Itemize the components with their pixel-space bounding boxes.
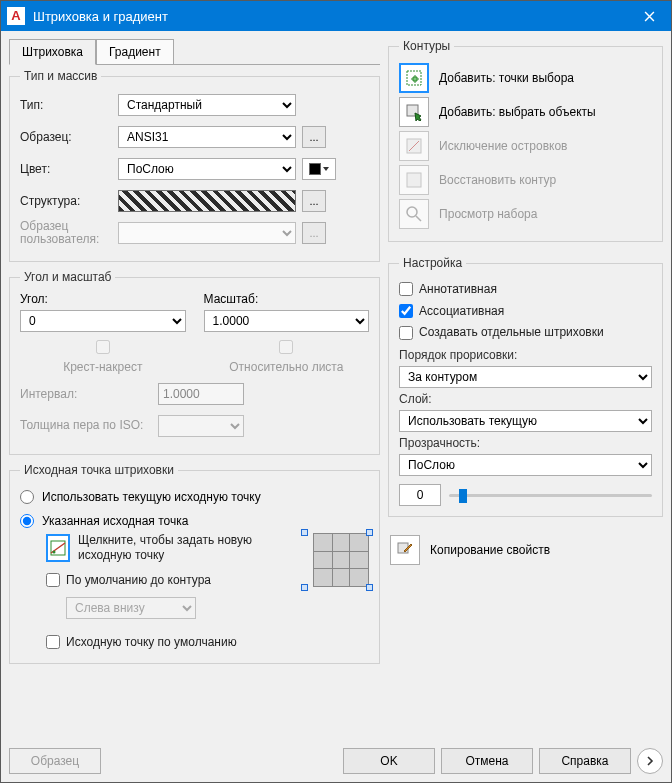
swatch-browse-button[interactable]: ... (302, 190, 326, 212)
user-pattern-browse-button: ... (302, 222, 326, 244)
select-color[interactable]: ПоСлою (118, 158, 296, 180)
remove-islands-icon (405, 137, 423, 155)
legend-type-array: Тип и массив (20, 69, 101, 83)
close-button[interactable] (627, 1, 671, 31)
select-draw-order[interactable]: За контуром (399, 366, 652, 388)
select-transparency[interactable]: ПоСлою (399, 454, 652, 476)
label-interval: Интервал: (20, 387, 152, 401)
magnifier-icon (405, 205, 423, 223)
label-layer: Слой: (399, 392, 652, 406)
label-default-boundary: По умолчанию до контура (66, 573, 211, 587)
titlebar: A Штриховка и градиент (1, 1, 671, 31)
label-add-select: Добавить: выбрать объекты (439, 105, 596, 119)
label-scale: Масштаб: (204, 292, 370, 306)
cancel-button[interactable]: Отмена (441, 748, 533, 774)
input-transparency-value[interactable] (399, 484, 441, 506)
select-pattern[interactable]: ANSI31 (118, 126, 296, 148)
label-structure: Структура: (20, 194, 112, 208)
preview-button: Образец (9, 748, 101, 774)
label-annotative: Аннотативная (419, 282, 497, 296)
recreate-boundary-button (399, 165, 429, 195)
label-relative-paper: Относительно листа (229, 360, 343, 374)
tab-gradient[interactable]: Градиент (96, 39, 174, 64)
group-origin: Исходная точка штриховки Использовать те… (9, 463, 380, 664)
group-angle-scale: Угол и масштаб Угол: 0 Масштаб: 1.0000 К… (9, 270, 380, 455)
chevron-right-icon (645, 756, 655, 766)
label-recreate: Восстановить контур (439, 173, 556, 187)
button-bar: Образец OK Отмена Справка (1, 740, 671, 782)
background-color-button[interactable] (302, 158, 336, 180)
ok-button[interactable]: OK (343, 748, 435, 774)
recreate-icon (405, 171, 423, 189)
close-icon (644, 11, 655, 22)
view-selection-button (399, 199, 429, 229)
label-separate: Создавать отдельные штриховки (419, 326, 604, 340)
pick-points-icon (405, 69, 423, 87)
pattern-browse-button[interactable]: ... (302, 126, 326, 148)
app-logo-icon: A (7, 7, 25, 25)
label-associative: Ассоциативная (419, 304, 504, 318)
label-color: Цвет: (20, 162, 112, 176)
select-type[interactable]: Стандартный (118, 94, 296, 116)
label-iso-pen: Толщина пера по ISO: (20, 419, 152, 432)
select-layer[interactable]: Использовать текущую (399, 410, 652, 432)
radio-specified[interactable] (20, 514, 34, 528)
label-view-selection: Просмотр набора (439, 207, 537, 221)
select-iso-pen (158, 415, 244, 437)
label-transparency: Прозрачность: (399, 436, 652, 450)
swatch-preview[interactable] (118, 190, 296, 212)
label-inherit: Копирование свойств (430, 543, 550, 557)
legend-boundaries: Контуры (399, 39, 454, 53)
group-type-array: Тип и массив Тип: Стандартный Образец: A… (9, 69, 380, 262)
dialog-window: A Штриховка и градиент Штриховка Градиен… (0, 0, 672, 783)
legend-angle-scale: Угол и масштаб (20, 270, 115, 284)
window-title: Штриховка и градиент (33, 9, 627, 24)
label-crosshatch: Крест-накрест (63, 360, 142, 374)
svg-rect-5 (407, 173, 421, 187)
label-add-pick: Добавить: точки выбора (439, 71, 574, 85)
select-user-pattern (118, 222, 296, 244)
inherit-properties-button[interactable] (390, 535, 420, 565)
group-boundaries: Контуры Добавить: точки выбора Добавить:… (388, 39, 663, 242)
add-pick-points-button[interactable] (399, 63, 429, 93)
radio-use-current[interactable] (20, 490, 34, 504)
expand-dialog-button[interactable] (637, 748, 663, 774)
remove-islands-button (399, 131, 429, 161)
select-scale[interactable]: 1.0000 (204, 310, 370, 332)
label-user-pattern: Образец пользователя: (20, 220, 112, 246)
label-specified: Указанная исходная точка (42, 514, 188, 528)
checkbox-default-boundary[interactable] (46, 573, 60, 587)
label-pattern: Образец: (20, 130, 112, 144)
checkbox-separate[interactable] (399, 326, 413, 340)
legend-origin: Исходная точка штриховки (20, 463, 178, 477)
checkbox-crosshatch (96, 340, 110, 354)
label-angle: Угол: (20, 292, 186, 306)
crosshair-icon (49, 539, 67, 557)
set-origin-button[interactable] (46, 534, 70, 562)
label-click-set: Щелкните, чтобы задать новую исходную то… (78, 533, 297, 563)
label-store-default: Исходную точку по умолчанию (66, 635, 237, 649)
checkbox-store-default[interactable] (46, 635, 60, 649)
input-interval (158, 383, 244, 405)
svg-point-1 (52, 551, 55, 554)
svg-point-6 (407, 207, 417, 217)
checkbox-associative[interactable] (399, 304, 413, 318)
label-use-current: Использовать текущую исходную точку (42, 490, 261, 504)
add-select-objects-button[interactable] (399, 97, 429, 127)
label-type: Тип: (20, 98, 112, 112)
checkbox-relative-paper (279, 340, 293, 354)
select-origin-position: Слева внизу (66, 597, 196, 619)
checkbox-annotative[interactable] (399, 282, 413, 296)
label-draw-order: Порядок прорисовки: (399, 348, 652, 362)
select-angle[interactable]: 0 (20, 310, 186, 332)
help-button[interactable]: Справка (539, 748, 631, 774)
tab-bar: Штриховка Градиент (9, 39, 380, 65)
tab-hatch[interactable]: Штриховка (9, 39, 96, 65)
legend-settings: Настройка (399, 256, 466, 270)
label-remove-islands: Исключение островков (439, 139, 567, 153)
select-objects-icon (405, 103, 423, 121)
brush-icon (396, 541, 414, 559)
slider-transparency[interactable] (449, 486, 652, 504)
group-settings: Настройка Аннотативная Ассоциативная Соз… (388, 256, 663, 517)
origin-preview (305, 533, 369, 587)
